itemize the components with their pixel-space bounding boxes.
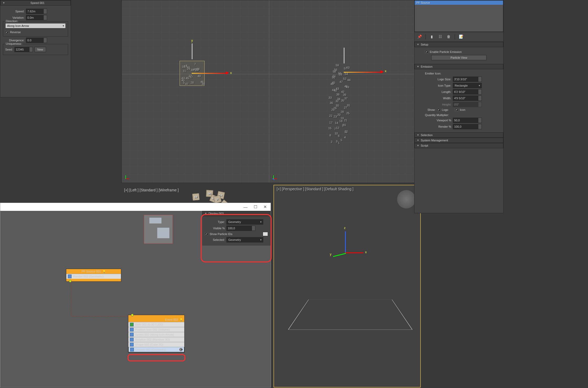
sysman-rollout[interactable]: System Management xyxy=(414,138,503,143)
show-label: Show: xyxy=(417,108,435,111)
height-label: Height: xyxy=(417,103,451,106)
visible-label: Visible % xyxy=(205,227,225,230)
viewport-grid xyxy=(122,0,420,183)
scene-list[interactable]: PF Source xyxy=(414,0,503,32)
render-pct-spinner[interactable]: 100,0 xyxy=(453,124,482,129)
render-pct-label: Render % xyxy=(417,125,451,128)
display-op-highlight xyxy=(128,354,185,361)
icon-check[interactable] xyxy=(455,108,458,111)
icon-type-label: Icon Type: xyxy=(417,84,451,87)
axis-x-arrow xyxy=(226,71,229,74)
color-icon[interactable]: ▮ xyxy=(429,34,434,39)
event-op[interactable]: Shape 002 (Cube 3D) xyxy=(128,342,184,347)
separator xyxy=(425,34,426,39)
show-ids-label: Show Particle IDs xyxy=(210,232,232,236)
particle-ids-right: 5960575658555453515052444745484649434140… xyxy=(330,63,364,148)
event-op[interactable]: Speed 002 (Along Icon Arrow) xyxy=(128,332,184,337)
minimize-icon[interactable]: — xyxy=(244,205,247,209)
uniqueness-label: Uniqueness: xyxy=(5,42,23,45)
selected-label: Selected: xyxy=(205,238,225,241)
speed-spinner[interactable]: 7.62m xyxy=(26,9,47,14)
emitter-icon-label: Emitter Icon: xyxy=(425,72,501,75)
event-op[interactable]: Rotation 002 (Random 3D) xyxy=(128,337,184,342)
op-icon xyxy=(130,328,134,331)
axis-x-label: x xyxy=(230,71,232,75)
emission-rollout[interactable]: Emission xyxy=(414,64,503,69)
trash-icon[interactable]: 🗑 xyxy=(446,34,451,39)
variation-spinner[interactable]: 0.0m xyxy=(26,15,47,20)
close-icon[interactable]: ✕ xyxy=(263,205,267,209)
gizmo-z xyxy=(345,231,346,252)
speed-label: Speed: xyxy=(3,10,24,13)
visible-spinner[interactable]: 100,0 xyxy=(226,226,255,231)
setup-body: Enable Particle Emission Particle View xyxy=(414,47,503,64)
type-select[interactable]: Geometry xyxy=(226,219,263,225)
particle-cube: 59 xyxy=(192,193,200,201)
event-in[interactable] xyxy=(128,315,184,317)
logo-check[interactable] xyxy=(437,108,440,111)
render-icon xyxy=(68,275,72,278)
type-label: Type: xyxy=(205,220,225,223)
maximize-icon[interactable]: ☐ xyxy=(254,205,257,209)
logo-size-label: Logo Size: xyxy=(417,78,451,81)
gizmo-z-label: z xyxy=(344,226,346,230)
logo-size-spinner[interactable]: 3'10 3/10" xyxy=(453,77,482,82)
event-op[interactable]: Birth 002 (0-30 T:200) xyxy=(128,322,184,327)
enable-emission-check[interactable] xyxy=(425,50,428,53)
preview-thumbnail[interactable] xyxy=(144,215,173,244)
viewcube[interactable] xyxy=(397,190,415,208)
gizmo-y-label: y xyxy=(330,252,332,256)
setup-rollout[interactable]: Setup xyxy=(414,42,503,47)
event-op[interactable]: Display 003 (Geometry) xyxy=(128,347,184,352)
seed-label: Seed: xyxy=(5,48,13,51)
divergence-label: Divergence: xyxy=(3,39,24,42)
speed-title[interactable]: Speed 001 xyxy=(0,0,71,6)
length-spinner[interactable]: 6'2 9/10" xyxy=(453,89,482,94)
selected-select[interactable]: Geometry xyxy=(226,237,263,242)
stack-icon[interactable]: ☷ xyxy=(438,34,443,39)
icon-type-select[interactable]: Rectangle xyxy=(453,83,482,88)
id-color-swatch[interactable] xyxy=(263,232,268,236)
uniqueness-group: Uniqueness: Seed:12345New xyxy=(3,44,68,55)
particle-view-button[interactable]: Particle View xyxy=(431,55,486,60)
direction-label: Direction: xyxy=(5,19,19,23)
speed-title-text: Speed 001 xyxy=(31,1,44,4)
event-head[interactable]: Event 003💡 xyxy=(128,317,184,322)
op-icon xyxy=(130,348,134,351)
selection-rollout[interactable]: Selection xyxy=(414,132,503,138)
script-rollout[interactable]: Script xyxy=(414,143,503,148)
scene-item-pfsource[interactable]: PF Source xyxy=(415,1,503,5)
render-op[interactable]: Render 002 (Geometry) xyxy=(66,274,121,279)
pin-icon[interactable]: 📌 xyxy=(417,34,422,39)
display003-rollout[interactable]: Display 003 xyxy=(202,211,271,216)
direction-group: Direction: Along Icon Arrow Reverse xyxy=(3,21,68,37)
op-icon xyxy=(130,333,134,336)
event-op[interactable]: Position Icon 002 (Volume) xyxy=(128,327,184,332)
reverse-check[interactable] xyxy=(5,31,8,34)
particle-ids-left: 3741113940424645727384824144528471917494… xyxy=(180,61,206,87)
source-out[interactable] xyxy=(66,279,121,281)
viewport-pct-spinner[interactable]: 50,0 xyxy=(453,118,482,123)
viewport-left-label[interactable]: [+] [Left ] [Standard ] [Wireframe ] xyxy=(124,188,179,192)
op-icon xyxy=(130,343,134,346)
direction-select[interactable]: Along Icon Arrow xyxy=(5,23,66,28)
seed-spinner[interactable]: 12345 xyxy=(14,47,33,52)
pv-titlebar[interactable]: — ☐ ✕ xyxy=(0,203,271,211)
width-spinner[interactable]: 4'9 5/10" xyxy=(453,96,482,101)
display003-panel: Display 003 Type:Geometry Visible %100,0… xyxy=(202,211,271,246)
pf-source-node[interactable]: PF Source 001💡 Render 002 (Geometry) xyxy=(66,269,121,282)
event-node[interactable]: Event 003💡 Birth 002 (0-30 T:200)Positio… xyxy=(128,315,185,352)
variation-label: Variation: xyxy=(3,16,24,19)
viewport-top[interactable]: y x 374111394042464572738482414452847191… xyxy=(121,0,420,183)
show-ids-check[interactable] xyxy=(205,232,208,236)
new-button[interactable]: New xyxy=(34,47,46,52)
note-icon[interactable]: 📝 xyxy=(459,34,463,39)
separator xyxy=(455,34,455,39)
viewport-persp-label[interactable]: [+] [Perspective ] [Standard ] [Default … xyxy=(277,187,353,191)
gizmo-x-label: x xyxy=(365,250,367,254)
axis-y-label: y xyxy=(191,39,193,42)
divergence-spinner[interactable]: 0.0 xyxy=(26,38,47,43)
pf-source-head[interactable]: PF Source 001💡 xyxy=(66,269,121,274)
axis-x2-arrow xyxy=(381,70,384,73)
viewport-perspective[interactable]: [+] [Perspective ] [Standard ] [Default … xyxy=(273,185,421,387)
